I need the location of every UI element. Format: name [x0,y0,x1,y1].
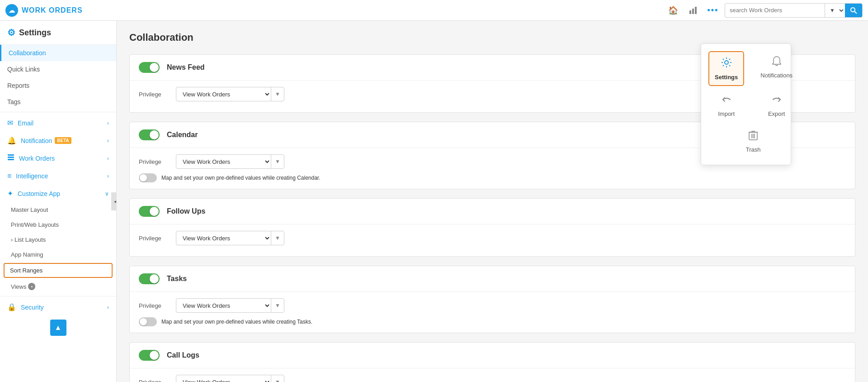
intelligence-label: Intelligence [16,172,48,180]
quick-links-label: Quick Links [7,66,40,73]
customize-arrow-icon: ∨ [105,191,109,197]
sidebar-sub-app-naming[interactable]: App Naming [0,247,116,262]
sidebar-item-email[interactable]: ✉ Email › [0,114,116,132]
tasks-privilege-select-wrap[interactable]: View Work Orders ▼ [176,298,284,313]
sidebar-item-customize-app[interactable]: ✦ Customize App ∨ [0,185,116,202]
collaboration-label: Collaboration [9,49,46,57]
svg-rect-6 [8,157,14,158]
sidebar-sub-print-web[interactable]: Print/Web Layouts [0,217,116,232]
popup-item-trash[interactable]: Trash [735,125,771,158]
popup-item-export[interactable]: Export [755,90,798,122]
calendar-privilege-select[interactable]: View Work Orders [176,158,271,166]
sidebar-sub-views[interactable]: Views + [0,279,116,294]
calendar-privilege-label: Privilege [139,158,170,165]
tasks-privilege-select[interactable]: View Work Orders [176,302,271,310]
search-button[interactable] [845,3,862,18]
app-logo[interactable]: ☁ WORK ORDERS [5,4,83,17]
search-container: ▼ [725,3,863,18]
security-icon: 🔒 [7,303,16,311]
call-logs-toggle[interactable] [139,350,160,361]
tasks-toggle[interactable] [139,273,160,284]
popup-item-notifications[interactable]: Notifications [755,51,798,86]
section-follow-ups: Follow Ups Privilege View Work Orders ▼ [129,198,855,257]
tasks-title: Tasks [167,275,187,283]
call-logs-privilege-select[interactable]: View Work Orders [176,378,271,382]
home-icon[interactable]: 🏠 [665,2,681,19]
security-arrow-icon: › [107,304,109,310]
beta-badge: BETA [55,137,71,144]
sidebar-header: ⚙ Settings [0,21,116,45]
main-layout: ⚙ Settings Collaboration Quick Links Rep… [0,21,868,382]
calendar-toggle-knob [150,130,159,139]
security-label: Security [21,304,44,311]
sidebar-item-notification[interactable]: 🔔 Notification BETA › [0,132,116,149]
sidebar-collapse-button[interactable]: ◀ [111,192,117,210]
sidebar-sub-master-layout[interactable]: Master Layout [0,202,116,217]
customize-icon: ✦ [7,189,13,198]
sidebar-divider-2 [0,296,116,296]
news-feed-title: News Feed [167,63,205,72]
search-input[interactable] [725,7,825,14]
tasks-map-label: Map and set your own pre-defined values … [161,319,312,325]
search-dropdown[interactable]: ▼ [825,4,845,17]
popup-trash-icon [748,130,758,143]
sidebar-sub-list-layouts[interactable]: › List Layouts [0,232,116,247]
svg-point-8 [725,61,728,64]
notification-icon: 🔔 [7,136,16,145]
follow-ups-privilege-select[interactable]: View Work Orders [176,234,271,242]
sidebar-sub-sort-ranges[interactable]: Sort Ranges [4,263,113,278]
tasks-map-toggle-knob [140,318,147,325]
call-logs-select-arrow-icon: ▼ [271,375,284,382]
intelligence-icon: ≡ [7,172,11,180]
popup-import-label: Import [718,110,735,117]
tasks-map-toggle[interactable] [139,317,157,326]
chart-icon[interactable] [685,2,701,19]
sidebar-item-tags[interactable]: Tags [0,94,116,110]
sidebar-item-quick-links[interactable]: Quick Links [0,61,116,77]
news-feed-toggle-knob [150,63,159,72]
popup-trash-label: Trash [746,146,761,153]
customize-label: Customize App [18,190,60,197]
sidebar-title: Settings [19,28,51,38]
popup-export-icon [771,94,782,108]
news-feed-privilege-select[interactable]: View Work Orders [176,91,271,98]
news-feed-privilege-select-wrap[interactable]: View Work Orders ▼ [176,87,284,101]
svg-rect-0 [689,10,691,14]
news-feed-toggle[interactable] [139,62,160,73]
popup-item-import[interactable]: Import [708,90,744,122]
follow-ups-select-arrow-icon: ▼ [271,231,284,245]
popup-import-icon [721,94,732,108]
call-logs-title: Call Logs [167,351,199,359]
popup-notifications-label: Notifications [760,72,793,79]
app-title: WORK ORDERS [22,6,83,14]
work-orders-label: Work Orders [19,155,55,162]
sidebar-item-reports[interactable]: Reports [0,77,116,94]
calendar-select-arrow-icon: ▼ [271,155,284,168]
news-feed-select-arrow-icon: ▼ [271,87,284,101]
email-arrow-icon: › [107,120,109,126]
calendar-privilege-select-wrap[interactable]: View Work Orders ▼ [176,154,284,169]
email-icon: ✉ [7,119,13,127]
notification-arrow-icon: › [107,138,109,144]
sidebar-item-work-orders[interactable]: Work Orders › [0,149,116,167]
call-logs-privilege-select-wrap[interactable]: View Work Orders ▼ [176,375,284,382]
popup-notifications-icon [772,56,782,69]
follow-ups-privilege-select-wrap[interactable]: View Work Orders ▼ [176,231,284,245]
calendar-map-toggle[interactable] [139,173,157,182]
calendar-toggle[interactable] [139,129,160,140]
tags-label: Tags [7,98,21,105]
popup-item-settings[interactable]: Settings [708,51,744,86]
tasks-privilege-label: Privilege [139,302,170,309]
sidebar-item-collaboration[interactable]: Collaboration [0,45,116,61]
follow-ups-toggle[interactable] [139,206,160,217]
main-content: Collaboration News Feed Privilege View W… [117,21,868,382]
sidebar: ⚙ Settings Collaboration Quick Links Rep… [0,21,117,382]
sidebar-item-intelligence[interactable]: ≡ Intelligence › [0,167,116,185]
scroll-up-button[interactable]: ▲ [50,320,66,336]
follow-ups-title: Follow Ups [167,207,205,215]
more-icon[interactable]: ••• [705,2,721,19]
sidebar-item-security[interactable]: 🔒 Security › [0,298,116,316]
call-logs-privilege-label: Privilege [139,379,170,382]
calendar-title: Calendar [167,131,198,139]
email-label: Email [18,119,33,127]
